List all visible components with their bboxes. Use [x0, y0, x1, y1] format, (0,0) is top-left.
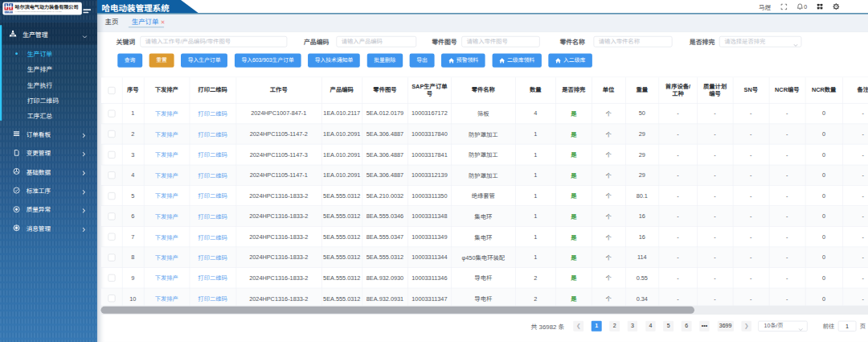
svg-text:哈电集团: 哈电集团	[5, 10, 13, 14]
